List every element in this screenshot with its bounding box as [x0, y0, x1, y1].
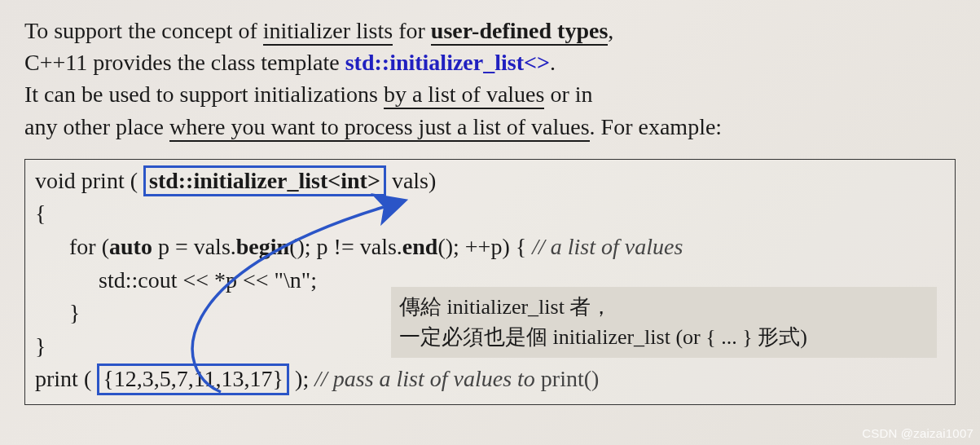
keyword-begin: begin	[236, 234, 289, 259]
text: for	[393, 18, 431, 43]
annotation-note: 傳給 initializer_list 者， 一定必須也是個 initializ…	[391, 287, 937, 358]
intro-line-2: C++11 provides the class template std::i…	[24, 46, 956, 78]
intro-paragraph: To support the concept of initializer li…	[0, 0, 980, 152]
intro-line-4: any other place where you want to proces…	[24, 111, 956, 143]
text: vals)	[386, 168, 436, 193]
intro-line-1: To support the concept of initializer li…	[24, 15, 956, 46]
call-line: print ( {12,3,5,7,11,13,17} ); // pass a…	[35, 363, 945, 396]
call-comment: // pass a list of values to print()	[314, 366, 599, 391]
text: . For example:	[590, 114, 723, 139]
note-line-2: 一定必須也是個 initializer_list (or { ... } 形式)	[399, 322, 929, 353]
text: );	[289, 366, 314, 391]
brace-open: {	[35, 197, 945, 231]
text: for (	[69, 234, 109, 259]
template-name: std::initializer_list<>	[345, 50, 550, 75]
text: or in	[544, 82, 592, 107]
underlined-text: initializer lists	[263, 18, 393, 46]
for-line: for (auto p = vals.begin(); p != vals.en…	[35, 231, 945, 264]
text: (); p != vals.	[289, 234, 402, 259]
comment-italic: // pass a list of values to	[314, 366, 541, 391]
code-signature: void print ( std::initializer_list<int> …	[35, 165, 945, 198]
underlined-text: where you want to process just a list of…	[169, 114, 590, 142]
keyword-auto: auto	[109, 234, 152, 259]
underlined-bold-text: user-defined types	[431, 18, 609, 46]
text: any other place	[24, 114, 169, 139]
text: .	[550, 50, 556, 75]
intro-line-3: It can be used to support initialization…	[24, 78, 956, 110]
comment-roman: print()	[541, 366, 600, 391]
text: void print (	[35, 168, 143, 193]
text: ,	[608, 18, 613, 43]
text: To support the concept of	[24, 18, 263, 43]
text: (); ++p) {	[437, 234, 532, 259]
text: C++11 provides the class template	[24, 50, 345, 75]
text: p = vals.	[152, 234, 236, 259]
comment: // a list of values	[532, 234, 683, 259]
keyword-end: end	[402, 234, 438, 259]
code-box: void print ( std::initializer_list<int> …	[24, 159, 956, 405]
underlined-text: by a list of values	[384, 82, 545, 109]
note-line-1: 傳給 initializer_list 者，	[399, 292, 929, 323]
watermark: CSDN @zaizai1007	[862, 426, 973, 440]
text: print (	[35, 366, 97, 391]
highlighted-type: std::initializer_list<int>	[143, 165, 386, 196]
highlighted-arg: {12,3,5,7,11,13,17}	[97, 363, 289, 394]
text: It can be used to support initialization…	[24, 82, 384, 107]
